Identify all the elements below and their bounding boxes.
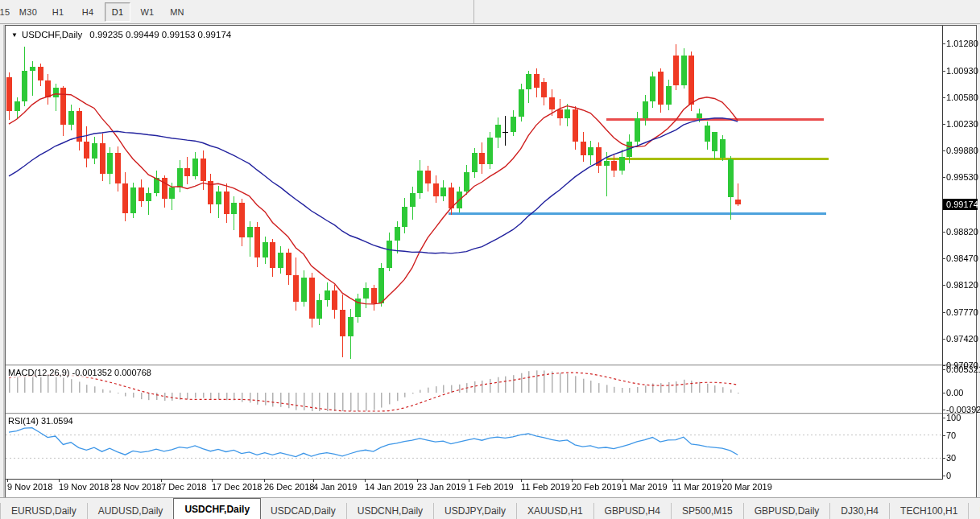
- macd-axis-label: 0.005321: [946, 365, 980, 374]
- date-label: 1 Mar 2019: [622, 482, 668, 492]
- current-price-badge: 0.99174: [943, 199, 978, 210]
- toolbar-divider: [473, 0, 474, 23]
- rsi-axis-label: 0: [946, 471, 951, 480]
- date-label: 20 Feb 2019: [572, 482, 622, 492]
- rsi-axis-label: 70: [946, 430, 956, 440]
- trading-terminal: { "ui": { "toolbar": { "timeframes": ["1…: [0, 0, 980, 519]
- chart-title: ▼ USDCHF,Daily 0.99235 0.99449 0.99153 0…: [11, 30, 231, 39]
- timeframe-button-d1[interactable]: D1: [105, 2, 130, 22]
- date-label: 26 Dec 2018: [264, 482, 314, 492]
- date-label: 23 Jan 2019: [417, 482, 466, 492]
- tab-sp500-m15[interactable]: SP500,M15: [672, 503, 744, 519]
- date-label: 4 Jan 2019: [313, 482, 357, 492]
- symbol-tabbar: EURUSD,Daily AUDUSD,Daily USDCHF,Daily U…: [0, 497, 980, 519]
- date-label: 1 Feb 2019: [469, 482, 514, 492]
- price-label: 1.01280: [946, 39, 978, 48]
- timeframe-button-h1[interactable]: H1: [45, 2, 71, 22]
- tab-usdjpy-daily[interactable]: USDJPY,Daily: [434, 503, 517, 519]
- macd-indicator-label: MACD(12,26,9) -0.001352 0.000768: [8, 368, 151, 377]
- date-label: 11 Mar 2019: [672, 482, 722, 492]
- price-label: 0.99880: [946, 146, 978, 155]
- rsi-indicator-label: RSI(14) 31.0594: [8, 416, 73, 426]
- timeframe-toolbar: 15 M30 H1 H4 D1 W1 MN: [0, 0, 980, 24]
- price-label: 0.97420: [946, 334, 978, 344]
- price-label: 1.00930: [946, 66, 978, 76]
- price-label: 0.98120: [946, 280, 978, 290]
- price-label: 0.98820: [946, 227, 978, 237]
- tab-audusd-daily[interactable]: AUDUSD,Daily: [88, 503, 175, 519]
- tab-usdcad-daily[interactable]: USDCAD,Daily: [260, 503, 347, 519]
- date-label: 9 Nov 2018: [7, 482, 52, 492]
- date-label: 11 Feb 2019: [521, 482, 570, 492]
- rsi-axis-label: 30: [946, 453, 956, 463]
- price-label: 0.98470: [946, 253, 978, 263]
- tab-xauusd-h1[interactable]: XAUUSD,H1: [517, 503, 594, 519]
- price-chart-canvas[interactable]: [6, 26, 974, 496]
- tab-dj30-h4[interactable]: DJ30,H4: [830, 503, 890, 519]
- tab-gbpusd-h4[interactable]: GBPUSD,H4: [594, 503, 672, 519]
- price-label: 0.99530: [946, 172, 978, 182]
- chart-symbol-label: USDCHF,Daily: [22, 30, 82, 39]
- price-label: 0.97770: [946, 307, 978, 317]
- date-label: 14 Jan 2019: [365, 482, 414, 492]
- date-label: 17 Dec 2018: [212, 482, 262, 492]
- timeframe-button-mn[interactable]: MN: [164, 2, 190, 22]
- timeframe-button-w1[interactable]: W1: [134, 2, 160, 22]
- timeframe-button-m15[interactable]: 15: [0, 2, 11, 22]
- tab-usdcnh-daily[interactable]: USDCNH,Daily: [347, 503, 434, 519]
- timeframe-button-h4[interactable]: H4: [75, 2, 101, 22]
- chart-ohlc-values: 0.99235 0.99449 0.99153 0.99174: [89, 30, 231, 39]
- tab-gbpusd-daily[interactable]: GBPUSD,Daily: [744, 503, 831, 519]
- rsi-axis-label: 100: [946, 413, 961, 422]
- date-label: 28 Nov 2018: [111, 482, 161, 492]
- date-label: 7 Dec 2018: [161, 482, 206, 492]
- tab-eurusd-daily[interactable]: EURUSD,Daily: [1, 503, 88, 519]
- timeframe-button-m30[interactable]: M30: [15, 2, 41, 22]
- price-label: 1.00230: [946, 119, 978, 129]
- tab-tech100-h1[interactable]: TECH100,H1: [890, 503, 969, 519]
- symbol-dropdown-icon[interactable]: ▼: [11, 31, 18, 39]
- macd-axis-label: 0.00: [946, 388, 963, 397]
- chart-window: ▼ USDCHF,Daily 0.99235 0.99449 0.99153 0…: [5, 25, 977, 499]
- date-label: 20 Mar 2019: [722, 482, 772, 492]
- price-label: 1.00580: [946, 93, 978, 102]
- tab-usdchf-daily[interactable]: USDCHF,Daily: [173, 498, 261, 519]
- date-label: 19 Nov 2018: [59, 482, 109, 492]
- tab-overflow-partial[interactable]: UI: [969, 503, 980, 519]
- chart-stack: ▼ USDCHF,Daily 0.99235 0.99449 0.99153 0…: [6, 26, 974, 496]
